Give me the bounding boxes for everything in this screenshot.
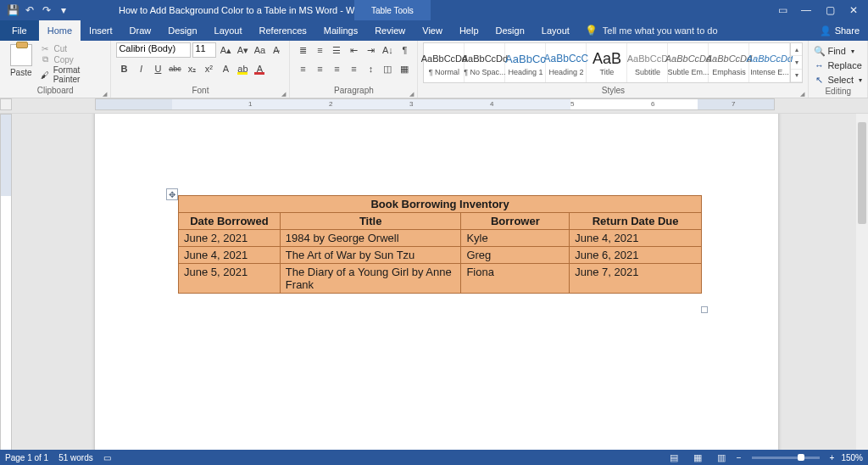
table-cell[interactable]: June 6, 2021 bbox=[570, 247, 702, 264]
select-button[interactable]: ↖Select▾ bbox=[814, 73, 862, 87]
qat-customize-icon[interactable]: ▾ bbox=[58, 4, 70, 16]
increase-indent-button[interactable]: ⇥ bbox=[363, 42, 378, 58]
format-painter-button[interactable]: 🖌Format Painter bbox=[40, 65, 105, 84]
table-cell[interactable]: The Diary of a Young Girl by Anne Frank bbox=[280, 264, 461, 294]
show-marks-button[interactable]: ¶ bbox=[397, 42, 412, 58]
bullets-button[interactable]: ≣ bbox=[295, 42, 310, 58]
font-size-combo[interactable]: 11 bbox=[192, 42, 216, 58]
replace-button[interactable]: ↔Replace bbox=[814, 59, 861, 72]
shading-button[interactable]: ◫ bbox=[380, 61, 395, 76]
tab-file[interactable]: File bbox=[0, 20, 39, 41]
status-page[interactable]: Page 1 of 1 bbox=[5, 453, 48, 462]
copy-button[interactable]: ⧉Copy bbox=[40, 54, 105, 64]
tab-selector[interactable] bbox=[0, 98, 12, 110]
tab-insert[interactable]: Insert bbox=[81, 20, 121, 41]
grow-font-button[interactable]: A▴ bbox=[218, 42, 233, 58]
tab-home[interactable]: Home bbox=[39, 20, 81, 41]
horizontal-ruler[interactable]: 1 2 3 4 5 6 7 bbox=[95, 98, 775, 110]
justify-button[interactable]: ≡ bbox=[346, 61, 361, 76]
align-center-button[interactable]: ≡ bbox=[312, 61, 327, 76]
style-heading-2[interactable]: AaBbCcCHeading 2 bbox=[546, 43, 587, 82]
borders-button[interactable]: ▦ bbox=[397, 61, 412, 76]
table-header-row[interactable]: Date Borrowed Title Borrower Return Date… bbox=[179, 213, 702, 230]
highlight-button[interactable]: ab bbox=[235, 61, 250, 76]
align-left-button[interactable]: ≡ bbox=[295, 61, 310, 76]
table-title-cell[interactable]: Book Borrowing Inventory bbox=[179, 196, 702, 213]
tab-help[interactable]: Help bbox=[451, 20, 487, 41]
tab-layout[interactable]: Layout bbox=[206, 20, 251, 41]
table-cell[interactable]: The Art of War by Sun Tzu bbox=[280, 247, 461, 264]
table-cell[interactable]: June 4, 2021 bbox=[179, 247, 281, 264]
tab-draw[interactable]: Draw bbox=[121, 20, 160, 41]
table-cell[interactable]: June 5, 2021 bbox=[179, 264, 281, 294]
table-cell[interactable]: Fiona bbox=[461, 264, 570, 294]
tab-table-layout[interactable]: Layout bbox=[533, 20, 578, 41]
subscript-button[interactable]: x₂ bbox=[184, 61, 199, 76]
tell-me-search[interactable]: 💡 Tell me what you want to do bbox=[585, 20, 718, 41]
style-title[interactable]: AaBTitle bbox=[587, 43, 627, 82]
share-button[interactable]: 👤 Share bbox=[811, 20, 868, 41]
clear-formatting-button[interactable]: A̶ bbox=[269, 42, 284, 58]
maximize-icon[interactable]: ▢ bbox=[824, 4, 836, 16]
table-header-cell[interactable]: Borrower bbox=[461, 213, 570, 230]
style-heading-1[interactable]: AaBbCcHeading 1 bbox=[505, 43, 546, 82]
table-cell[interactable]: 1984 by George Orwell bbox=[280, 230, 461, 247]
table-cell[interactable]: June 4, 2021 bbox=[570, 230, 702, 247]
zoom-out-button[interactable]: − bbox=[737, 453, 742, 462]
underline-button[interactable]: U bbox=[150, 61, 165, 76]
style-intense-emphasis[interactable]: AaBbCcDdIntense E... bbox=[749, 43, 790, 82]
sort-button[interactable]: A↓ bbox=[380, 42, 395, 58]
table-row[interactable]: June 4, 2021 The Art of War by Sun Tzu G… bbox=[179, 247, 702, 264]
font-color-button[interactable]: A bbox=[252, 61, 267, 76]
view-print-layout-icon[interactable]: ▦ bbox=[689, 451, 706, 463]
find-button[interactable]: 🔍Find▾ bbox=[814, 44, 854, 58]
tab-design[interactable]: Design bbox=[159, 20, 205, 41]
tab-references[interactable]: References bbox=[251, 20, 315, 41]
tab-mailings[interactable]: Mailings bbox=[315, 20, 366, 41]
numbering-button[interactable]: ≡ bbox=[312, 42, 327, 58]
table-resize-handle-icon[interactable] bbox=[701, 306, 708, 313]
style-no-spacing[interactable]: AaBbCcDd¶ No Spac... bbox=[465, 43, 505, 82]
redo-icon[interactable]: ↷ bbox=[41, 4, 53, 16]
line-spacing-button[interactable]: ↕ bbox=[363, 61, 378, 76]
ribbon-display-options-icon[interactable]: ▭ bbox=[776, 4, 788, 16]
multilevel-list-button[interactable]: ☰ bbox=[329, 42, 344, 58]
vertical-scrollbar[interactable] bbox=[856, 114, 868, 450]
table-cell[interactable]: Kyle bbox=[461, 230, 570, 247]
table-cell[interactable]: June 7, 2021 bbox=[570, 264, 702, 294]
view-read-mode-icon[interactable]: ▤ bbox=[665, 451, 682, 463]
cut-button[interactable]: ✂Cut bbox=[40, 44, 105, 53]
superscript-button[interactable]: x² bbox=[201, 61, 216, 76]
table-header-cell[interactable]: Date Borrowed bbox=[179, 213, 281, 230]
tab-review[interactable]: Review bbox=[366, 20, 414, 41]
book-borrowing-table[interactable]: Book Borrowing Inventory Date Borrowed T… bbox=[178, 195, 702, 294]
style-subtitle[interactable]: AaBbCcDSubtitle bbox=[627, 43, 668, 82]
zoom-level[interactable]: 150% bbox=[841, 453, 863, 462]
status-proofing-icon[interactable]: ▭ bbox=[103, 453, 111, 462]
zoom-in-button[interactable]: + bbox=[830, 453, 835, 462]
align-right-button[interactable]: ≡ bbox=[329, 61, 344, 76]
tab-view[interactable]: View bbox=[414, 20, 451, 41]
vertical-ruler[interactable] bbox=[0, 114, 12, 450]
strikethrough-button[interactable]: abc bbox=[167, 61, 182, 76]
font-name-combo[interactable]: Calibri (Body) bbox=[116, 42, 191, 58]
change-case-button[interactable]: Aa bbox=[252, 42, 267, 58]
table-row[interactable]: June 5, 2021 The Diary of a Young Girl b… bbox=[179, 264, 702, 294]
style-normal[interactable]: AaBbCcDd¶ Normal bbox=[424, 43, 465, 82]
text-effects-button[interactable]: A bbox=[218, 61, 233, 76]
table-cell[interactable]: June 2, 2021 bbox=[179, 230, 281, 247]
decrease-indent-button[interactable]: ⇤ bbox=[346, 42, 361, 58]
style-subtle-emphasis[interactable]: AaBbCcDdSubtle Em... bbox=[668, 43, 709, 82]
scrollbar-thumb[interactable] bbox=[858, 122, 866, 224]
italic-button[interactable]: I bbox=[133, 61, 148, 76]
table-header-cell[interactable]: Title bbox=[280, 213, 461, 230]
zoom-slider[interactable] bbox=[752, 457, 820, 459]
table-move-handle-icon[interactable]: ✥ bbox=[166, 188, 178, 200]
minimize-icon[interactable]: — bbox=[800, 4, 812, 16]
table-cell[interactable]: Greg bbox=[461, 247, 570, 264]
table-title-row[interactable]: Book Borrowing Inventory bbox=[179, 196, 702, 213]
bold-button[interactable]: B bbox=[116, 61, 131, 76]
status-word-count[interactable]: 51 words bbox=[58, 453, 93, 462]
page[interactable]: ✥ Book Borrowing Inventory Date Borrowed… bbox=[95, 114, 778, 450]
table-row[interactable]: June 2, 2021 1984 by George Orwell Kyle … bbox=[179, 230, 702, 247]
